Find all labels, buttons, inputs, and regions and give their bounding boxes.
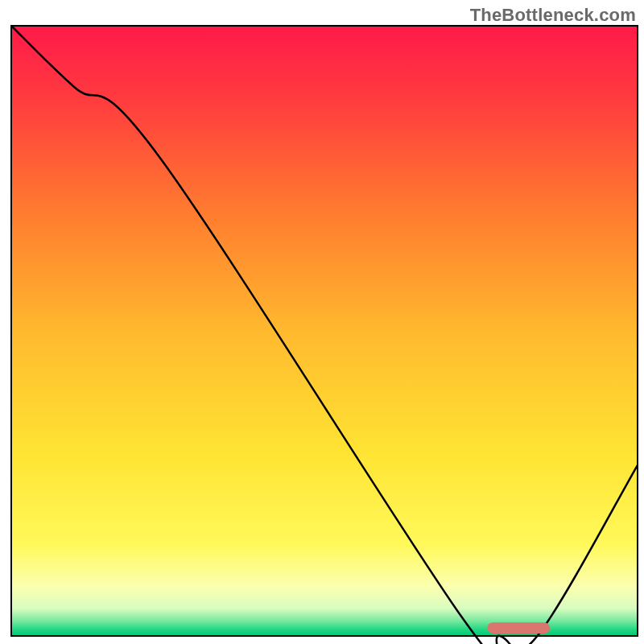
optimal-marker (487, 622, 550, 634)
chart-container: TheBottleneck.com (0, 0, 644, 644)
watermark-text: TheBottleneck.com (470, 5, 636, 26)
bottleneck-chart (0, 0, 644, 644)
plot-background (11, 26, 638, 636)
